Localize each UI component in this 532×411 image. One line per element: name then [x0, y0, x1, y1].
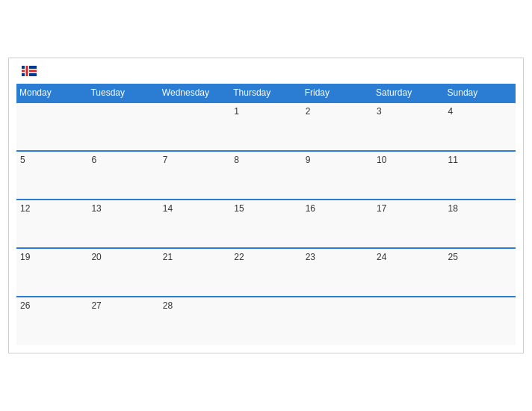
day-number: 15 — [234, 203, 297, 214]
day-number: 10 — [377, 155, 440, 165]
svg-rect-4 — [26, 66, 28, 76]
calendar-container: MondayTuesdayWednesdayThursdayFridaySatu… — [8, 58, 524, 353]
day-number: 3 — [377, 106, 440, 117]
day-cell-15: 15 — [230, 200, 301, 248]
day-number: 17 — [377, 203, 440, 214]
day-number: 20 — [91, 252, 155, 262]
day-cell-4: 4 — [445, 102, 516, 151]
empty-cell — [230, 297, 301, 345]
day-number: 13 — [91, 203, 155, 214]
calendar-table: MondayTuesdayWednesdayThursdayFridaySatu… — [16, 84, 516, 345]
day-number: 26 — [20, 300, 84, 311]
day-number: 23 — [306, 252, 369, 262]
weekday-wednesday: Wednesday — [159, 84, 230, 102]
weekday-sunday: Sunday — [445, 84, 516, 102]
empty-cell — [16, 102, 87, 151]
empty-cell — [302, 297, 373, 345]
day-cell-16: 16 — [302, 200, 373, 248]
day-cell-6: 6 — [87, 151, 158, 200]
day-number: 9 — [306, 155, 369, 165]
day-cell-10: 10 — [373, 151, 444, 200]
weekday-tuesday: Tuesday — [87, 84, 158, 102]
day-cell-11: 11 — [445, 151, 516, 200]
day-number: 12 — [20, 203, 84, 214]
day-cell-1: 1 — [230, 102, 301, 151]
day-number: 27 — [91, 300, 155, 311]
day-number: 2 — [306, 106, 369, 117]
day-number: 5 — [20, 155, 84, 165]
day-number: 19 — [20, 252, 84, 262]
week-row-5: 262728 — [16, 297, 516, 345]
day-cell-5: 5 — [16, 151, 87, 200]
day-number: 21 — [163, 252, 226, 262]
week-row-1: 1234 — [16, 102, 516, 151]
day-number: 7 — [163, 155, 226, 165]
day-cell-14: 14 — [159, 200, 230, 248]
day-number: 18 — [448, 203, 512, 214]
week-row-2: 567891011 — [16, 151, 516, 200]
weekday-thursday: Thursday — [230, 84, 301, 102]
logo — [20, 66, 37, 76]
day-cell-22: 22 — [230, 248, 301, 297]
week-row-3: 12131415161718 — [16, 200, 516, 248]
logo-flag-icon — [22, 66, 37, 76]
day-cell-8: 8 — [230, 151, 301, 200]
day-cell-9: 9 — [302, 151, 373, 200]
day-cell-13: 13 — [87, 200, 158, 248]
day-cell-27: 27 — [87, 297, 158, 345]
weekday-friday: Friday — [302, 84, 373, 102]
weekday-header-row: MondayTuesdayWednesdayThursdayFridaySatu… — [16, 84, 516, 102]
empty-cell — [87, 102, 158, 151]
empty-cell — [445, 297, 516, 345]
day-number: 16 — [306, 203, 369, 214]
week-row-4: 19202122232425 — [16, 248, 516, 297]
day-cell-12: 12 — [16, 200, 87, 248]
day-number: 1 — [234, 106, 297, 117]
empty-cell — [159, 102, 230, 151]
weekday-saturday: Saturday — [373, 84, 444, 102]
day-number: 14 — [163, 203, 226, 214]
day-cell-28: 28 — [159, 297, 230, 345]
day-number: 6 — [91, 155, 155, 165]
day-cell-26: 26 — [16, 297, 87, 345]
day-number: 11 — [448, 155, 512, 165]
calendar-header — [16, 66, 516, 76]
day-cell-25: 25 — [445, 248, 516, 297]
day-number: 22 — [234, 252, 297, 262]
day-cell-24: 24 — [373, 248, 444, 297]
day-cell-2: 2 — [302, 102, 373, 151]
day-cell-17: 17 — [373, 200, 444, 248]
day-cell-21: 21 — [159, 248, 230, 297]
day-cell-20: 20 — [87, 248, 158, 297]
day-number: 24 — [377, 252, 440, 262]
day-number: 8 — [234, 155, 297, 165]
day-number: 25 — [448, 252, 512, 262]
day-cell-3: 3 — [373, 102, 444, 151]
day-cell-7: 7 — [159, 151, 230, 200]
day-cell-19: 19 — [16, 248, 87, 297]
weekday-monday: Monday — [16, 84, 87, 102]
day-cell-23: 23 — [302, 248, 373, 297]
day-cell-18: 18 — [445, 200, 516, 248]
day-number: 28 — [163, 300, 226, 311]
day-number: 4 — [448, 106, 512, 117]
empty-cell — [373, 297, 444, 345]
